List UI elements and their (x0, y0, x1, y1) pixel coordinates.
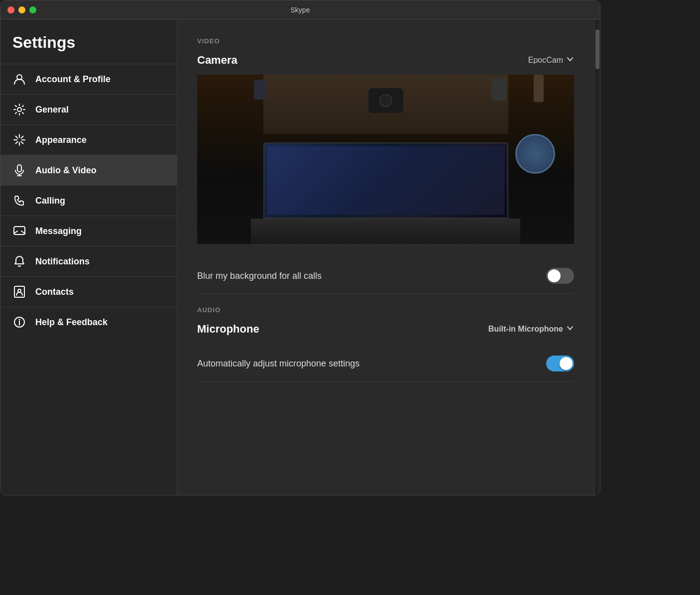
cam-laptop-base (251, 219, 520, 244)
microphone-row: Microphone Built-in Microphone (197, 323, 574, 336)
sidebar-item-notifications[interactable]: Notifications (0, 246, 177, 276)
auto-adjust-toggle-knob (560, 357, 573, 370)
sidebar-item-label-account-profile: Account & Profile (35, 74, 111, 85)
auto-adjust-setting-row: Automatically adjust microphone settings (197, 346, 574, 382)
bell-icon (12, 254, 26, 268)
camera-label: Camera (197, 54, 237, 67)
svg-point-1 (17, 108, 21, 112)
microphone-label: Microphone (197, 323, 259, 336)
sidebar-item-appearance[interactable]: Appearance (0, 125, 177, 155)
cam-figurine-1 (491, 78, 506, 101)
auto-adjust-label: Automatically adjust microphone settings (197, 358, 359, 369)
sidebar-item-label-appearance: Appearance (35, 135, 87, 145)
svg-line-9 (16, 142, 18, 144)
chevron-down-icon (566, 55, 574, 66)
info-icon (12, 315, 26, 329)
cam-decorative-plate (515, 134, 555, 174)
camera-preview-inner (197, 75, 574, 244)
cam-laptop-screen (263, 142, 508, 219)
titlebar: Skype (0, 0, 600, 19)
sidebar-heading: Settings (0, 33, 177, 64)
scrollbar-thumb[interactable] (595, 29, 599, 69)
person-icon (12, 72, 26, 86)
content-area: VIDEO Camera EpocCam (177, 19, 594, 495)
auto-adjust-toggle[interactable] (546, 356, 574, 371)
sidebar-item-label-contacts: Contacts (35, 287, 74, 297)
sidebar-item-audio-video[interactable]: Audio & Video (0, 155, 177, 185)
phone-icon (12, 194, 26, 208)
sidebar: Settings Account & Profile General (0, 19, 177, 495)
camera-row: Camera EpocCam (197, 54, 574, 67)
sidebar-item-contacts[interactable]: Contacts (0, 277, 177, 307)
audio-section-label: AUDIO (197, 306, 574, 314)
microphone-dropdown-value: Built-in Microphone (488, 325, 563, 334)
message-icon (12, 224, 26, 238)
camera-preview (197, 75, 574, 244)
camera-dropdown[interactable]: EpocCam (528, 55, 574, 66)
svg-point-18 (19, 319, 20, 321)
svg-line-6 (16, 136, 18, 138)
sidebar-item-label-audio-video: Audio & Video (35, 165, 97, 176)
cam-laptop (263, 142, 508, 244)
cam-figurine-2 (534, 75, 544, 102)
blur-toggle[interactable] (546, 268, 574, 284)
chevron-down-icon-mic (566, 324, 574, 334)
sidebar-item-calling[interactable]: Calling (0, 186, 177, 216)
video-section-label: VIDEO (197, 37, 574, 45)
sidebar-item-general[interactable]: General (0, 95, 177, 124)
gear-icon (12, 103, 26, 117)
svg-line-7 (21, 142, 23, 144)
cam-figurine-3 (254, 80, 266, 100)
contacts-icon (12, 285, 26, 299)
main-layout: Settings Account & Profile General (0, 19, 600, 495)
close-button[interactable] (7, 6, 14, 13)
microphone-dropdown[interactable]: Built-in Microphone (488, 324, 574, 334)
minimize-button[interactable] (18, 6, 25, 13)
scrollbar-track[interactable] (594, 19, 600, 495)
sidebar-item-label-general: General (35, 105, 69, 115)
sidebar-item-help-feedback[interactable]: Help & Feedback (0, 307, 177, 337)
svg-line-8 (21, 136, 23, 138)
camera-dropdown-value: EpocCam (528, 56, 563, 65)
blur-setting-row: Blur my background for all calls (197, 258, 574, 294)
sidebar-item-label-calling: Calling (35, 196, 65, 206)
mic-icon (12, 163, 26, 177)
maximize-button[interactable] (29, 6, 36, 13)
svg-rect-10 (17, 165, 21, 172)
sidebar-item-account-profile[interactable]: Account & Profile (0, 64, 177, 94)
sidebar-item-label-notifications: Notifications (35, 256, 90, 267)
audio-section: AUDIO Microphone Built-in Microphone Aut… (197, 306, 574, 382)
sidebar-item-label-help-feedback: Help & Feedback (35, 317, 108, 328)
blur-toggle-knob (548, 269, 561, 282)
window-controls (7, 6, 36, 13)
sidebar-item-label-messaging: Messaging (35, 226, 82, 237)
blur-label: Blur my background for all calls (197, 271, 322, 281)
cam-webcam (368, 88, 403, 113)
svg-rect-13 (14, 227, 25, 235)
sidebar-item-messaging[interactable]: Messaging (0, 216, 177, 246)
appearance-icon (12, 133, 26, 147)
window-title: Skype (291, 6, 310, 14)
